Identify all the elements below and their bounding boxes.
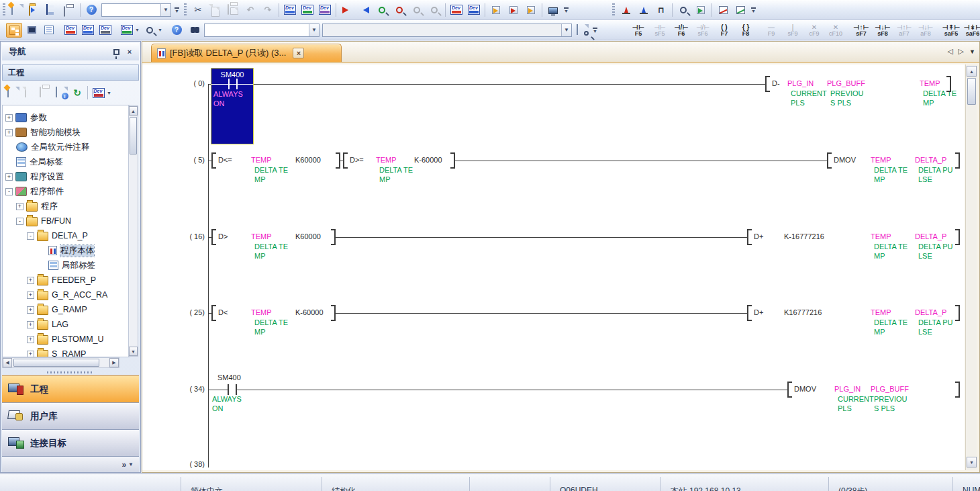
scrollbar-thumb[interactable] [967, 78, 976, 105]
instruction[interactable]: D>= [350, 156, 364, 165]
expander[interactable]: + [27, 277, 34, 284]
operand[interactable]: PLG_IN [834, 385, 861, 394]
instruction[interactable]: DMOV [834, 156, 856, 165]
monitor-stop-button[interactable] [426, 3, 442, 17]
scrollbar-thumb[interactable] [13, 359, 99, 367]
project-info-button[interactable]: i [54, 85, 68, 100]
nav-button-connection[interactable]: 连接目标 [2, 429, 139, 456]
expander[interactable]: + [5, 114, 13, 122]
tree-item-plstomm-u[interactable]: +PLSTOMM_U [27, 332, 104, 346]
expander[interactable]: + [5, 173, 13, 181]
expander[interactable]: - [16, 218, 23, 225]
pulse-test-button[interactable]: ⊓ [653, 3, 669, 17]
expander[interactable]: - [5, 188, 13, 195]
tab-scroll-prev-button[interactable]: ◁ [947, 47, 952, 56]
module-config-button[interactable] [23, 23, 40, 38]
tree-item-global-device-comment[interactable]: 全局软元件注释 [16, 140, 90, 154]
operand[interactable]: TEMP [251, 308, 272, 317]
scroll-up-button[interactable]: ▲ [967, 66, 977, 77]
close-panel-button[interactable]: × [124, 47, 135, 57]
device-note-display-button[interactable]: Dev [97, 23, 113, 38]
scroll-left-button[interactable]: ◀ [3, 358, 12, 367]
toolbar-grip[interactable] [3, 3, 5, 17]
tree-item-global-label[interactable]: 全局标签 [16, 155, 63, 169]
constant[interactable]: K60000 [295, 232, 321, 241]
device-test-set-button[interactable] [618, 3, 634, 17]
expander[interactable]: + [27, 321, 34, 328]
constant[interactable]: K-60000 [414, 156, 442, 165]
ladder-cursor-cell[interactable]: SM400 ALWAYS ON [211, 68, 254, 144]
toolbar-overflow-button[interactable]: ▼ [749, 3, 758, 17]
find-combobox[interactable]: ▼ [204, 24, 320, 37]
display-mode-button[interactable]: Dev▼ [119, 23, 140, 38]
ladder-symbol-close-branch[interactable]: ⊣/⊢sF6 [693, 21, 713, 39]
instruction[interactable]: D+ [754, 308, 763, 317]
tree-item-program[interactable]: +程序 [16, 199, 58, 213]
new-button[interactable] [9, 3, 25, 17]
ladder-symbol-pulse-ne-close[interactable]: ⊣↡⊢saF6 [963, 21, 980, 39]
operand[interactable]: TEMP [871, 308, 891, 317]
project-new-button[interactable] [5, 85, 20, 100]
tab-close-button[interactable]: × [293, 48, 304, 58]
tree-horizontal-scrollbar[interactable]: ◀ ▶ [2, 357, 119, 368]
chevron-down-icon[interactable]: ▼ [561, 24, 571, 36]
navigation-toggle-button[interactable] [6, 23, 22, 38]
ladder-symbol-delete-hline[interactable]: ✕cF9 [804, 21, 824, 39]
address-combobox[interactable]: ▼ [322, 24, 572, 37]
expander[interactable]: + [27, 292, 34, 299]
constant[interactable]: K16777216 [784, 308, 822, 317]
device-batch-button[interactable]: Dev [317, 3, 333, 17]
tab-list-button[interactable]: ▼ [969, 48, 975, 55]
ladder-symbol-pulse-rise[interactable]: ⊣↑⊢sF7 [851, 21, 871, 39]
monitor-pause-button[interactable] [409, 3, 425, 17]
nav-button-user-library[interactable]: 用户库 [2, 402, 139, 429]
monitor-read-button[interactable] [374, 3, 390, 17]
print-button[interactable] [61, 3, 77, 17]
tree-item-program-setting[interactable]: +程序设置 [5, 170, 64, 183]
instruction[interactable]: D<= [218, 156, 232, 165]
toolbar-grip[interactable] [184, 3, 187, 17]
tree-item-s-ramp[interactable]: +S_RAMP [27, 347, 86, 357]
operand[interactable]: TEMP [376, 156, 397, 165]
toolbar-grip[interactable] [612, 3, 615, 17]
operand[interactable]: PLG_IN [787, 79, 814, 88]
scrollbar-thumb[interactable] [130, 117, 137, 154]
ladder-symbol-hline[interactable]: —F9 [761, 21, 781, 39]
ladder-symbol-close-contact[interactable]: ⊣/⊢F6 [671, 21, 691, 39]
tree-item-feeder-p[interactable]: +FEEDER_P [27, 273, 96, 287]
doc-zoom-button[interactable] [574, 23, 590, 38]
operand[interactable]: TEMP [871, 156, 891, 165]
find-device-button[interactable] [675, 3, 691, 17]
online-change-button[interactable] [505, 3, 522, 17]
ladder-symbol-vline[interactable]: |sF9 [783, 21, 803, 39]
tab-scroll-next-button[interactable]: ▷ [959, 47, 964, 56]
instruction[interactable]: DMOV [794, 385, 816, 394]
tree-item-intelligent-module[interactable]: +智能功能模块 [5, 126, 81, 139]
paste-button[interactable] [225, 3, 241, 17]
read-from-plc-button[interactable] [356, 3, 373, 17]
instruction[interactable]: D> [218, 232, 228, 241]
stop-monitor-button[interactable]: Dev [466, 3, 482, 17]
instruction[interactable]: D- [772, 79, 780, 88]
operand[interactable]: TEMP [920, 79, 940, 88]
ladder-symbol-pulse-fall-branch[interactable]: ⊣↓⊢aF8 [916, 21, 936, 39]
panel-splitter[interactable] [2, 369, 139, 375]
undo-button[interactable]: ↶ [242, 3, 258, 17]
toolbar-overflow-button[interactable]: ▼ [562, 3, 571, 17]
operand[interactable]: DELTA_P [915, 308, 946, 317]
jump-to-screen-button[interactable] [693, 3, 709, 17]
expander[interactable]: - [27, 232, 34, 240]
find-button[interactable] [186, 23, 202, 38]
editor-vertical-scrollbar[interactable]: ▲ ▼ [965, 64, 977, 470]
device-test-reset-button[interactable] [636, 3, 652, 17]
instruction[interactable]: D+ [754, 232, 763, 241]
monitor-write-button[interactable] [391, 3, 407, 17]
tree-item-pou[interactable]: -程序部件 [5, 185, 64, 198]
toolbar-overflow-button[interactable]: ▼ [591, 23, 599, 38]
ladder-symbol-pulse-fall[interactable]: ⊣↓⊢sF8 [873, 21, 893, 39]
operand[interactable]: TEMP [251, 156, 272, 165]
ladder-symbol-open-contact[interactable]: ⊣⊢F5 [628, 21, 648, 39]
tree-item-parameter[interactable]: +参数 [5, 111, 47, 124]
tree-item-delta-p[interactable]: -DELTA_P [27, 229, 88, 242]
open-button[interactable] [26, 3, 42, 17]
